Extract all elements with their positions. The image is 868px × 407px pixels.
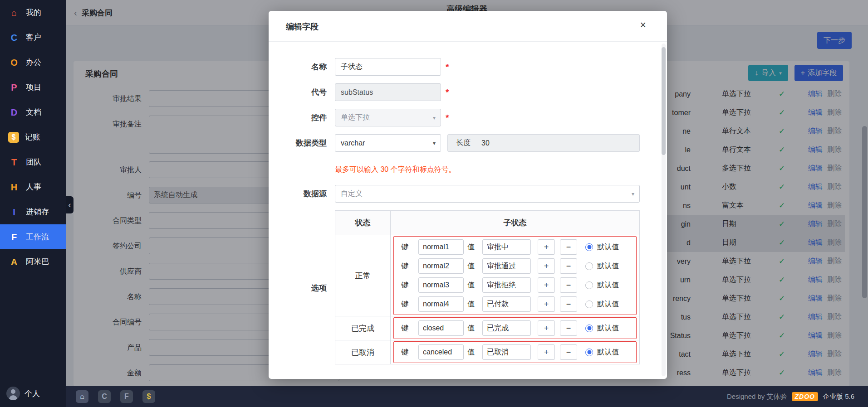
edit-field-modal: 编辑字段 × 名称 子状态 * 代号 subStatus * 控件 单选下拉 ▾… [269,11,667,379]
datatype-select[interactable]: varchar ▾ [335,134,441,152]
value-input[interactable]: 审批中 [482,239,531,255]
default-radio[interactable] [585,300,593,308]
options-table-header: 状态 子状态 [335,211,639,235]
taskbar-apps: ⌂ C F $ [76,390,155,403]
value-label: 值 [467,324,475,333]
sidebar-user[interactable]: 个人 [0,383,66,403]
modal-scrollbar[interactable] [662,44,666,376]
option-row: 键 normal3 值 审批拒绝 + − 默认值 [397,276,633,295]
key-input[interactable]: normal4 [418,296,464,312]
app-icon: A [8,256,20,268]
code-label: 代号 [269,87,327,97]
key-label: 键 [401,348,408,357]
sidebar-item[interactable]: $ 记账 [0,125,66,150]
length-value: 30 [481,139,490,147]
required-asterisk: * [446,113,449,123]
remove-option-button[interactable]: − [560,277,577,293]
default-radio[interactable] [585,243,593,251]
sidebar-item-label: 办公 [26,57,41,68]
name-row: 名称 子状态 * [269,58,449,76]
default-radio[interactable] [585,262,593,270]
sidebar-item[interactable]: H 人事 [0,174,66,199]
sidebar-item[interactable]: ⌂ 我的 [0,0,66,25]
taskbar-app-icon[interactable]: F [120,390,133,403]
code-input: subStatus [335,83,441,101]
sidebar-item-label: 团队 [26,157,41,167]
key-label: 键 [401,324,408,333]
designed-by-text: Designed by 艾体验 [727,392,787,401]
option-group: 已完成 键 closed 值 已完成 + [335,316,639,340]
value-input[interactable]: 审批通过 [482,258,531,274]
default-label: 默认值 [597,262,619,271]
key-input[interactable]: closed [418,320,464,336]
control-label: 控件 [269,112,327,123]
remove-option-button[interactable]: − [560,239,577,255]
taskbar-app-icon[interactable]: ⌂ [76,390,88,403]
taskbar-app-icon[interactable]: C [98,390,111,403]
state-cell: 正常 [335,235,391,316]
remove-option-button[interactable]: − [560,258,577,274]
option-group: 正常 键 normal1 值 审批中 + [335,235,639,316]
sidebar-item[interactable]: A 阿米巴 [0,249,66,274]
value-input[interactable]: 已取消 [482,344,531,360]
datasource-select[interactable]: 自定义 ▾ [335,185,640,203]
default-radio[interactable] [585,325,593,332]
options-label: 选项 [269,283,327,293]
control-select-value: 单选下拉 [341,113,370,122]
option-row: 键 closed 值 已完成 + − 默认值 [397,319,633,338]
default-radio[interactable] [585,349,593,356]
sidebar-item[interactable]: I 进销存 [0,199,66,224]
default-label: 默认值 [597,324,619,333]
remove-option-button[interactable]: − [560,344,577,360]
name-input[interactable]: 子状态 [335,58,441,76]
app-icon: O [8,57,20,68]
default-radio[interactable] [585,281,593,289]
value-label: 值 [467,348,475,357]
remove-option-button[interactable]: − [560,296,577,312]
modal-scrollbar-thumb[interactable] [662,47,666,155]
add-option-button[interactable]: + [538,277,555,293]
sidebar-item[interactable]: D 文档 [0,100,66,125]
add-option-button[interactable]: + [538,296,555,312]
close-icon[interactable]: × [640,20,646,30]
value-input[interactable]: 已完成 [482,320,531,336]
sidebar-item[interactable]: T 团队 [0,150,66,174]
add-option-button[interactable]: + [538,320,555,336]
substate-error-box: 键 canceled 值 已取消 + − 默认值 [393,341,637,363]
length-warning-text: 最多可以输入 30 个字符和标点符号。 [335,165,456,174]
control-row: 控件 单选下拉 ▾ * [269,109,449,126]
option-row: 键 normal4 值 已付款 + − 默认值 [397,295,633,314]
sidebar-collapse-button[interactable]: ‹ [66,196,74,213]
key-input[interactable]: normal1 [418,239,464,255]
remove-option-button[interactable]: − [560,320,577,336]
value-input[interactable]: 审批拒绝 [482,277,531,293]
sidebar-item-label: 我的 [26,7,41,18]
substate-cell: 键 closed 值 已完成 + − 默认值 [391,316,639,340]
key-label: 键 [401,281,408,290]
sidebar-item[interactable]: O 办公 [0,50,66,75]
chevron-left-icon: ‹ [69,200,71,210]
state-cell: 已完成 [335,316,391,340]
substate-error-box: 键 closed 值 已完成 + − 默认值 [393,317,637,339]
avatar [6,387,20,400]
sidebar-item[interactable]: F 工作流 [0,224,66,249]
add-option-button[interactable]: + [538,344,555,360]
datatype-label: 数据类型 [269,138,327,148]
taskbar-app-icon[interactable]: $ [142,390,155,403]
substate-cell: 键 canceled 值 已取消 + − 默认值 [391,340,639,364]
option-group: 已取消 键 canceled 值 已取消 [335,340,639,364]
datasource-select-value: 自定义 [341,189,363,199]
add-option-button[interactable]: + [538,258,555,274]
add-option-button[interactable]: + [538,239,555,255]
key-input[interactable]: canceled [418,344,464,360]
footer-branding: Designed by 艾体验 ZDOO 企业版 5.6 [727,392,854,401]
value-input[interactable]: 已付款 [482,296,531,312]
options-table: 状态 子状态 正常 键 normal1 [335,210,640,364]
key-input[interactable]: normal3 [418,277,464,293]
sidebar-items: ⌂ 我的 C 客户 O 办公 P 项目 [0,0,66,274]
key-input[interactable]: normal2 [418,258,464,274]
caret-down-icon: ▾ [433,115,436,121]
sidebar-item[interactable]: C 客户 [0,25,66,50]
state-column-header: 状态 [335,211,391,235]
sidebar-item[interactable]: P 项目 [0,75,66,100]
